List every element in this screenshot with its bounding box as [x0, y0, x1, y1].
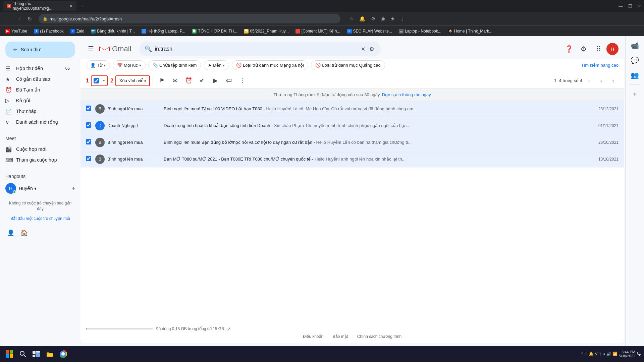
- sidebar-item-more[interactable]: ∨ Danh sách mở rộng: [0, 117, 75, 127]
- search-input[interactable]: [155, 46, 358, 52]
- filter-time[interactable]: 📅 Mọi lúc ▾: [113, 60, 146, 70]
- bookmark-tonghop[interactable]: 📄 TỔNG HỢP BÀI TH...: [189, 28, 240, 34]
- extension-icon-2[interactable]: ⚙: [369, 15, 377, 23]
- empty-trash-link[interactable]: Dọn sạch thùng rác ngay: [382, 92, 431, 97]
- help-button[interactable]: ❓: [562, 42, 576, 56]
- move-to-icon[interactable]: ✔: [196, 75, 208, 87]
- terms-link[interactable]: Điều khoản: [303, 334, 323, 339]
- mark-read-icon[interactable]: ✉: [169, 75, 181, 87]
- email-check-input-1[interactable]: [86, 106, 91, 111]
- sidebar-item-drafts[interactable]: 📄 Thư nháp: [0, 106, 75, 117]
- browser-menu[interactable]: ⋮: [398, 15, 407, 23]
- snooze-icon[interactable]: ⏰: [182, 75, 195, 87]
- refresh-button[interactable]: ↻: [25, 14, 34, 23]
- extension-icon-4[interactable]: ★: [389, 15, 396, 23]
- bookmark-seo-plan[interactable]: S SEO PLAN Website...: [344, 28, 395, 34]
- search-bar[interactable]: 🔍 ✕ ⚙: [139, 42, 381, 56]
- extension-icon-1[interactable]: 🔔: [358, 15, 367, 23]
- next-page-btn[interactable]: ›: [596, 75, 606, 86]
- bookmark-05-2022[interactable]: 📊 05/2022_Phạm Huy...: [241, 28, 291, 34]
- bookmark-laptop2[interactable]: 💻 Laptop - Notebook...: [396, 28, 444, 34]
- people-icon-btn[interactable]: 👤: [5, 228, 16, 238]
- back-button[interactable]: ←: [3, 14, 12, 23]
- email-check-input-3[interactable]: [86, 139, 91, 144]
- checkbox-dropdown-btn[interactable]: ▾: [101, 76, 107, 85]
- email-check-input-4[interactable]: [86, 156, 91, 161]
- bookmark-youtube[interactable]: ▶ YouTube: [3, 28, 30, 34]
- email-row[interactable]: B Bình ngọi lên mua Bình ngọi lên mua! T…: [80, 101, 624, 117]
- delete-permanently-button[interactable]: Xóa vĩnh viễn: [115, 75, 150, 86]
- email-checkbox-3[interactable]: [86, 139, 93, 146]
- category-label-icon[interactable]: 🏷: [223, 75, 235, 87]
- add-right-app-btn[interactable]: +: [628, 87, 642, 101]
- notification-icon[interactable]: 🗨: [637, 351, 641, 357]
- new-tab-button[interactable]: +: [78, 2, 86, 10]
- start-chat-link[interactable]: Bắt đầu một cuộc trò chuyện mới: [10, 216, 70, 221]
- task-view-btn[interactable]: [30, 348, 42, 360]
- email-row[interactable]: D Doanh Nghiệp L Doan trong tình huai là…: [80, 117, 624, 134]
- start-button[interactable]: [3, 348, 15, 360]
- sidebar-item-snoozed[interactable]: ⏰ Đã Tạm ẩn: [0, 84, 75, 95]
- trash-notice-bar: Thư trong Thùng rác sẽ được tự động xóa …: [80, 89, 624, 101]
- google-meet-icon[interactable]: 📹: [628, 39, 642, 52]
- apps-button[interactable]: ⠿: [592, 42, 605, 56]
- settings-button[interactable]: ⚙: [577, 42, 590, 56]
- google-chat-icon[interactable]: 💬: [628, 54, 642, 67]
- compose-button[interactable]: ✏ Soạn thư: [5, 42, 75, 58]
- select-all-checkbox[interactable]: [92, 76, 101, 85]
- bookmark-facebook[interactable]: f (1) Facebook: [31, 28, 66, 34]
- hangout-user[interactable]: H Huyền ▾ +: [5, 182, 75, 195]
- email-row[interactable]: B Bình ngọi lên mua Bình ngọi lên mua! B…: [80, 134, 624, 151]
- email-checkbox-1[interactable]: [86, 106, 93, 112]
- bookmark-laptop[interactable]: 🌐 Hệ thống Laptop, P...: [139, 28, 188, 34]
- email-checkbox-2[interactable]: [86, 122, 93, 129]
- hamburger-menu[interactable]: ☰: [86, 43, 96, 55]
- checkbox-input[interactable]: [94, 78, 99, 83]
- rooms-icon-btn[interactable]: 🏠: [19, 228, 30, 238]
- forward-button[interactable]: →: [14, 14, 23, 23]
- search-clear-btn[interactable]: ✕: [361, 46, 365, 52]
- sort-options-btn[interactable]: ↕: [608, 75, 619, 86]
- sidebar-item-sent[interactable]: ▷ Đã gửi: [0, 95, 75, 106]
- bookmark-page-icon[interactable]: ☆: [348, 15, 356, 23]
- bookmark-content-mkt[interactable]: 📌 [Content MKT] Kế h...: [293, 28, 343, 34]
- search-taskbar-btn[interactable]: [17, 348, 29, 360]
- filter-social[interactable]: 🚫 Loại trừ danh mục Mạng xã hội: [232, 60, 308, 70]
- bookmark-think[interactable]: 🏠 Home | Think_Mark...: [445, 28, 495, 34]
- tab-close-btn[interactable]: ✕: [69, 4, 72, 8]
- label-icon[interactable]: ▶: [209, 75, 221, 87]
- sidebar-item-inbox[interactable]: ☰ Hộp thư đến 66: [0, 63, 75, 74]
- email-checkbox-4[interactable]: [86, 156, 93, 163]
- privacy-link[interactable]: Bảo mật: [333, 334, 348, 339]
- file-explorer-btn[interactable]: [44, 348, 56, 360]
- storage-external-link[interactable]: ↗: [227, 326, 231, 331]
- add-hangout-button[interactable]: +: [71, 185, 75, 192]
- close-btn[interactable]: ✕: [638, 4, 641, 9]
- google-spaces-icon[interactable]: 👥: [628, 68, 642, 82]
- select-checkbox-dropdown[interactable]: ▾: [91, 75, 108, 86]
- email-row[interactable]: B Bình ngọi lên mua Bạn MỞ T080 su/MỞ 20…: [80, 151, 624, 168]
- minimize-btn[interactable]: —: [619, 4, 623, 9]
- policy-link[interactable]: Chính sách chương trình: [357, 334, 401, 339]
- maximize-btn[interactable]: ❐: [628, 4, 632, 9]
- bookmark-zalo[interactable]: Z Zalo: [68, 28, 87, 34]
- filter-from[interactable]: 👤 Từ ▾: [86, 60, 110, 70]
- prev-page-btn[interactable]: ‹: [584, 75, 594, 86]
- address-bar[interactable]: 🔒 mail.google.com/mail/u/2/?ogbl#trash: [39, 14, 340, 23]
- extension-icon-3[interactable]: ◉: [379, 15, 387, 23]
- filter-to[interactable]: ➤ Đến ▾: [204, 60, 229, 70]
- user-avatar[interactable]: H: [606, 43, 619, 55]
- search-filter-btn[interactable]: ⚙: [368, 45, 375, 54]
- chrome-browser-btn[interactable]: [57, 348, 69, 360]
- filter-promo[interactable]: 🚫 Loại trừ danh mục Quảng cáo: [311, 60, 385, 70]
- sidebar-item-new-meeting[interactable]: 🎬 Cuộc họp mới: [0, 144, 75, 155]
- more-actions-icon[interactable]: ⋮: [236, 75, 248, 87]
- email-check-input-2[interactable]: [86, 122, 91, 128]
- active-tab[interactable]: M Thùng rác - huyen2000pham@g... ✕: [3, 1, 76, 11]
- bookmark-cms[interactable]: WP Bảng điều khiển | T...: [88, 28, 138, 34]
- filter-attachment[interactable]: 📎 Chứa tệp đính kèm: [148, 60, 201, 70]
- sidebar-item-join-meeting[interactable]: ⌨ Tham gia cuộc họp: [0, 155, 75, 165]
- sidebar-item-starred[interactable]: ★ Có gắn dấu sao: [0, 74, 75, 84]
- advanced-search-link[interactable]: Tìm kiếm nâng cao: [581, 63, 619, 68]
- report-spam-icon[interactable]: ⚑: [156, 75, 168, 87]
